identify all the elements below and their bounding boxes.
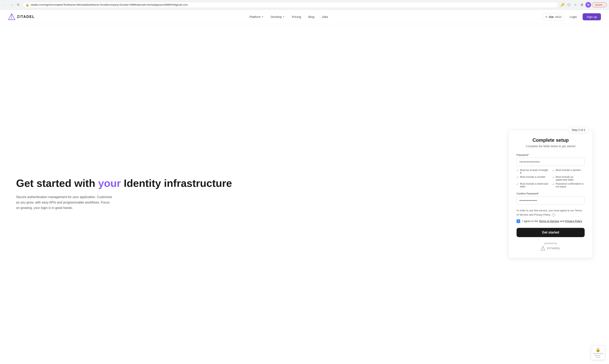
hero-section: Get started with your Identity infrastru… [16,169,496,219]
address-bar[interactable]: 🔒 zitadel.com/signin/complete?firstName=… [23,2,558,8]
github-icon: ○ [545,15,548,19]
req-length: ✓ Must be at least of length 8 [517,169,549,174]
terms-of-service-link[interactable]: Terms of Service [539,220,559,223]
terms-help-icon[interactable]: ? [552,213,555,217]
hero-title-end: Identity infrastructure [121,177,232,189]
req-symbol-text: Must include a symbol [556,169,581,171]
req-uppercase-text: Must include an uppercase letter [556,176,585,181]
logo-icon [8,13,15,21]
recaptcha-text: reCAPTCHA [593,352,603,354]
step-badge: Step 2 of 2 [568,127,589,133]
confirm-password-label: Confirm Password* [517,192,585,195]
req-length-text: Must be at least of length 8 [520,169,549,174]
req-uppercase-check: ✓ [552,176,554,179]
signup-button[interactable]: Sign up [583,13,601,20]
star-icon[interactable]: ☆ [573,2,578,8]
terms-text: In order to use this service, you must a… [517,208,585,217]
password-input[interactable] [517,158,585,166]
nav-jobs[interactable]: Jobs [318,13,331,20]
star-label: Star [549,15,554,18]
card-subtitle: Complete the fields below to get started [517,145,585,148]
hero-title-start: Get started with [16,177,98,189]
terms-text-content: In order to use this service, you must a… [517,209,582,216]
browser-actions: 🔑 ⬡ ☆ ⊞ M Update › [560,2,607,8]
req-uppercase: ✓ Must include an uppercase letter [552,176,585,181]
agree-and: and [560,220,565,223]
nav-jobs-label: Jobs [322,15,328,18]
powered-by-logo: ZITADEL [517,246,585,251]
terms-section: In order to use this service, you must a… [517,208,585,223]
req-number-text: Must include a number [520,176,545,178]
nav-develop[interactable]: Develop ▼ [267,13,288,20]
password-label-text: Password [517,154,528,156]
privacy-policy-link[interactable]: Privacy Policy [565,220,582,223]
req-lowercase-text: Must include a lowercase letter [520,182,549,188]
hero-title: Get started with your Identity infrastru… [16,177,496,189]
site-nav: Platform ▼ Develop ▼ Pricing Blog Jobs [246,13,331,20]
nav-buttons: ← → ↻ [2,2,21,8]
terms-checkbox[interactable]: ✓ [517,219,520,223]
update-arrow: › [603,3,604,6]
nav-platform[interactable]: Platform ▼ [246,13,267,20]
password-field-group: Password* [517,154,585,166]
nav-blog-label: Blog [308,15,314,18]
url-text: zitadel.com/signin/complete?firstName=Mi… [31,3,188,6]
req-confirm-text: Password confirmation is not equal [556,182,585,188]
powered-logo-icon [540,246,545,251]
card-title: Complete setup [517,137,585,143]
powered-by: powered by ZITADEL [517,242,585,251]
github-star-button[interactable]: ○ Star 4610 [543,13,564,20]
extension-icon[interactable]: ⬡ [566,2,572,8]
powered-by-text: powered by [517,242,585,245]
confirm-password-input[interactable] [517,196,585,205]
forward-button[interactable]: → [9,2,14,8]
back-button[interactable]: ← [2,2,8,8]
logo-link[interactable]: ZITADEL [8,13,35,21]
grid-icon[interactable]: ⊞ [579,2,585,8]
recaptcha-links: Privacy - Terms [593,354,603,358]
req-number-check: ✓ [517,176,519,179]
recaptcha-logo: 🔒 [593,347,603,352]
req-lowercase: ✓ Must include a lowercase letter [517,182,549,188]
site-actions: ○ Star 4610 Login Sign up [543,13,601,20]
powered-logo-text: ZITADEL [547,247,561,250]
recaptcha-badge: 🔒 reCAPTCHA Privacy - Terms [591,346,605,360]
nav-platform-label: Platform [249,15,261,18]
req-number: ✓ Must include a number [517,176,549,181]
password-requirements: ✓ Must be at least of length 8 ✓ Must in… [517,169,585,188]
nav-blog[interactable]: Blog [305,13,318,20]
hero-description: Secure authentication management for you… [16,194,113,211]
update-button[interactable]: Update › [592,2,607,7]
req-length-check: ✓ [517,169,519,172]
confirm-password-field-group: Confirm Password* [517,192,585,205]
hero-title-highlight: your [98,177,121,189]
req-confirm-match: ✓ Password confirmation is not equal [552,182,585,188]
setup-card: Step 2 of 2 Complete setup Complete the … [508,130,593,258]
agree-text: I agree to the Terms of Service and Priv… [522,220,582,223]
login-button[interactable]: Login [566,13,580,20]
password-required: * [528,154,529,156]
key-icon[interactable]: 🔑 [560,2,565,8]
nav-pricing-label: Pricing [292,15,301,18]
update-label: Update [595,3,602,6]
confirm-password-label-text: Confirm Password [517,192,538,195]
get-started-button[interactable]: Get started [517,228,585,237]
main-content: Get started with your Identity infrastru… [0,24,609,364]
req-symbol-check: ✓ [552,169,554,172]
refresh-button[interactable]: ↻ [15,2,21,8]
req-lowercase-check: ✓ [517,182,519,186]
req-symbol: ✓ Must include a symbol [552,169,585,174]
user-avatar[interactable]: M [585,2,591,8]
nav-develop-label: Develop [271,15,282,18]
password-label: Password* [517,154,585,156]
req-confirm-check: ✓ [552,182,554,186]
site-header: ZITADEL Platform ▼ Develop ▼ Pricing Blo… [0,10,609,24]
agree-prefix: I agree to the [522,220,538,223]
platform-dropdown-arrow: ▼ [261,16,263,18]
lock-icon: 🔒 [26,3,29,6]
checkbox-checkmark: ✓ [517,220,519,223]
star-count: 4610 [555,15,561,18]
logo-text: ZITADEL [17,15,35,19]
nav-pricing[interactable]: Pricing [289,13,304,20]
confirm-required: * [538,192,539,195]
